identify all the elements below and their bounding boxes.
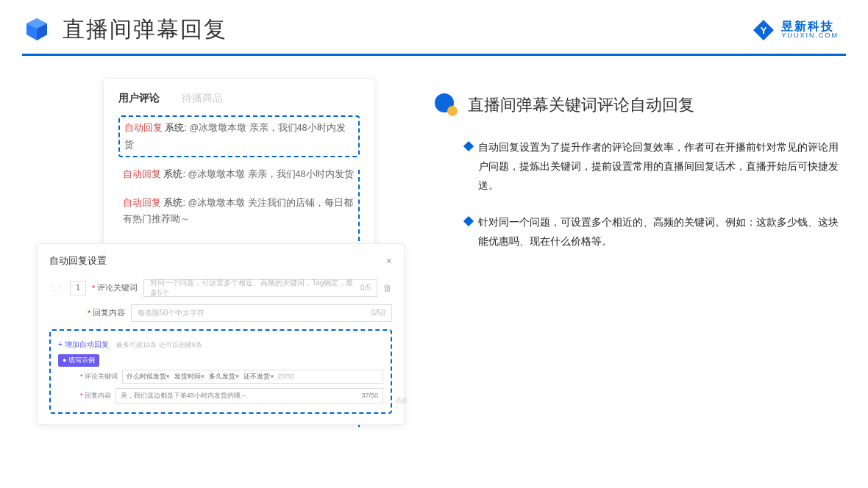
bullet-1-text: 自动回复设置为了提升作者的评论回复效率，作者可在开播前针对常见的评论用户问题，提…	[478, 138, 839, 195]
ex-content-text: 亲，我们这边都是下单48小时内发货的哦～	[121, 391, 247, 401]
ex-keyword-counter: 20/50	[278, 373, 295, 380]
settings-card: 自动回复设置 × ⋮⋮ 1 *评论关键词 对同一个问题，可设置多个相近、高频的关…	[37, 243, 405, 425]
system-label: 系统:	[163, 169, 185, 179]
add-note: 最多可建10条 还可以创建9条	[116, 341, 202, 348]
example-keyword-row: *评论关键词 什么时候发货× 发货时间× 多久发货× 还不发货× 20/50	[58, 370, 383, 384]
logo-en: YUUXIN.COM	[781, 32, 839, 39]
add-autoreply-link[interactable]: + 增加自动回复	[58, 340, 109, 348]
comment-body: @冰墩墩本墩 亲亲，我们48小时内发货	[188, 169, 353, 179]
card1-tabs: 用户评论 待播商品	[118, 92, 360, 105]
bullet-2: 针对同一个问题，可设置多个相近的、高频的关键词。例如：这款多少钱、这块能优惠吗、…	[465, 213, 839, 251]
ex-keyword-label: *评论关键词	[80, 372, 118, 381]
diamond-bullet-icon	[463, 216, 474, 226]
close-icon[interactable]: ×	[386, 255, 392, 267]
content-label: *回复内容	[88, 307, 125, 318]
faded-counter: /50	[396, 397, 407, 405]
logo-cn: 昱新科技	[781, 21, 839, 32]
auto-reply-label: 自动回复	[124, 123, 163, 133]
keyword-placeholder: 对同一个问题，可设置多个相近、高频的关键词，Tag确定，最多5个	[150, 278, 360, 298]
tab-products[interactable]: 待播商品	[182, 92, 223, 105]
chat-bubble-icon	[434, 93, 459, 118]
keyword-row: ⋮⋮ 1 *评论关键词 对同一个问题，可设置多个相近、高频的关键词，Tag确定，…	[49, 279, 392, 297]
keyword-label: *评论关键词	[92, 282, 138, 293]
order-number: 1	[70, 281, 86, 295]
comments-card: 用户评论 待播商品 自动回复 系统: @冰墩墩本墩 亲亲，我们48小时内发货 自…	[103, 78, 375, 251]
tag-item[interactable]: 多久发货×	[209, 372, 239, 381]
brand-logo: Y 昱新科技 YUUXIN.COM	[752, 18, 839, 42]
settings-header: 自动回复设置 ×	[49, 254, 392, 268]
content-area: 用户评论 待播商品 自动回复 系统: @冰墩墩本墩 亲亲，我们48小时内发货 自…	[0, 56, 868, 425]
svg-point-6	[447, 106, 458, 116]
left-column: 用户评论 待播商品 自动回复 系统: @冰墩墩本墩 亲亲，我们48小时内发货 自…	[37, 78, 405, 425]
content-row: *回复内容 每条限50个中文字符 0/50	[49, 304, 392, 322]
tag-item[interactable]: 发货时间×	[174, 372, 204, 381]
svg-text:Y: Y	[761, 25, 767, 36]
page-title: 直播间弹幕回复	[63, 15, 227, 45]
right-column: 直播间弹幕关键词评论自动回复 自动回复设置为了提升作者的评论回复效率，作者可在开…	[434, 78, 839, 425]
drag-handle-icon[interactable]: ⋮⋮	[49, 284, 64, 292]
content-placeholder: 每条限50个中文字符	[138, 308, 204, 318]
diamond-bullet-icon	[463, 141, 474, 151]
auto-reply-label: 自动回复	[123, 169, 161, 179]
comment-row-highlighted: 自动回复 系统: @冰墩墩本墩 亲亲，我们48小时内发货	[118, 115, 360, 157]
keyword-counter: 0/5	[360, 284, 371, 292]
header-left: 直播间弹幕回复	[22, 15, 227, 45]
tab-comments[interactable]: 用户评论	[118, 92, 160, 105]
right-heading: 直播间弹幕关键词评论自动回复	[434, 93, 839, 118]
keyword-input[interactable]: 对同一个问题，可设置多个相近、高频的关键词，Tag确定，最多5个 0/5	[143, 279, 377, 297]
ex-content-label: *回复内容	[80, 391, 111, 401]
delete-icon[interactable]: 🗑	[383, 283, 392, 293]
tag-item[interactable]: 什么时候发货×	[127, 372, 170, 381]
page-header: 直播间弹幕回复 Y 昱新科技 YUUXIN.COM	[0, 0, 868, 45]
tag-item[interactable]: 还不发货×	[243, 372, 274, 381]
system-label: 系统:	[163, 198, 185, 208]
comment-row: 自动回复 系统: @冰墩墩本墩 亲亲，我们48小时内发货	[118, 163, 360, 186]
bullet-1: 自动回复设置为了提升作者的评论回复效率，作者可在开播前针对常见的评论用户问题，提…	[465, 138, 839, 195]
system-label: 系统:	[165, 123, 186, 133]
logo-text: 昱新科技 YUUXIN.COM	[781, 21, 839, 39]
comment-row: 自动回复 系统: @冰墩墩本墩 关注我们的店铺，每日都有热门推荐呦～	[118, 192, 360, 231]
cube-icon	[22, 15, 51, 45]
ex-keyword-tags[interactable]: 什么时候发货× 发货时间× 多久发货× 还不发货× 20/50	[122, 370, 383, 384]
right-title: 直播间弹幕关键词评论自动回复	[468, 94, 694, 116]
example-badge: ● 填写示例	[58, 354, 99, 367]
ex-content-counter: 37/50	[361, 392, 378, 399]
auto-reply-label: 自动回复	[123, 198, 161, 208]
example-section: + 增加自动回复 最多可建10条 还可以创建9条 ● 填写示例 *评论关键词 什…	[49, 329, 392, 414]
ex-content-box[interactable]: 亲，我们这边都是下单48小时内发货的哦～ 37/50	[115, 388, 383, 403]
logo-diamond-icon: Y	[752, 18, 775, 42]
content-counter: 0/50	[371, 309, 385, 317]
example-content-row: *回复内容 亲，我们这边都是下单48小时内发货的哦～ 37/50	[58, 388, 383, 403]
content-input[interactable]: 每条限50个中文字符 0/50	[131, 304, 392, 322]
settings-title: 自动回复设置	[49, 254, 107, 268]
bullet-2-text: 针对同一个问题，可设置多个相近的、高频的关键词。例如：这款多少钱、这块能优惠吗、…	[478, 213, 839, 251]
